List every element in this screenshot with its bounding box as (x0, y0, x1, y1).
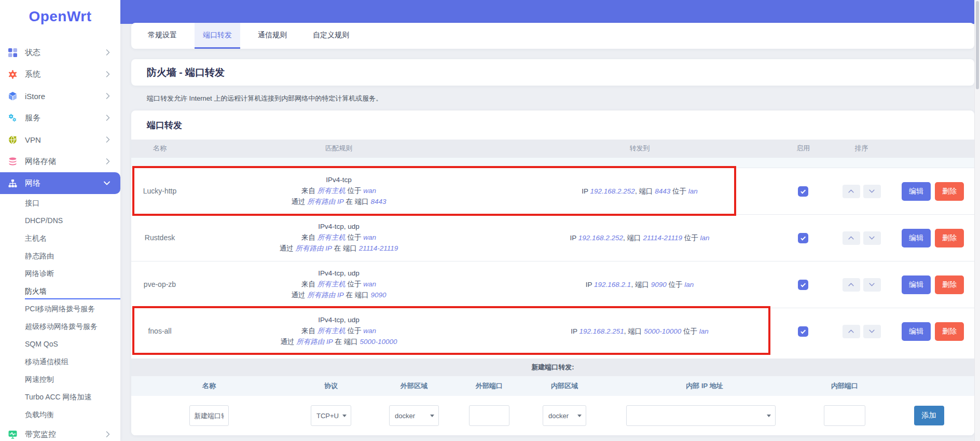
rule-link-value: 所有主机 (318, 327, 346, 335)
sort-down-button[interactable] (863, 231, 881, 245)
sidebar-item-label: 网络存储 (25, 157, 106, 167)
rule-enable-cell (775, 232, 832, 244)
tab-自定义规则[interactable]: 自定义规则 (305, 23, 357, 49)
enable-checkbox[interactable] (798, 233, 808, 243)
rule-source: 来自 所有主机 位于 wan (209, 232, 468, 243)
rule-link-value: wan (363, 280, 376, 288)
sitemap-icon (8, 178, 19, 188)
scrollbar[interactable] (974, 0, 980, 441)
table-row: fnos-allIPv4-tcp, udp来自 所有主机 位于 wan通过 所有… (131, 308, 974, 354)
sidebar-item-VPN[interactable]: VPN (0, 129, 120, 150)
sidebar-subitem-负载均衡[interactable]: 负载均衡 (0, 406, 120, 423)
internal-ip-select[interactable] (626, 405, 776, 426)
sidebar-subitem-网速控制[interactable]: 网速控制 (0, 370, 120, 388)
create-col-header-内部端口: 内部端口 (806, 381, 884, 391)
col-header-match: 匹配规则 (209, 144, 468, 153)
edit-button[interactable]: 编辑 (902, 182, 931, 201)
sidebar-subitem-防火墙[interactable]: 防火墙 (0, 282, 120, 300)
sidebar-subitem-移动通信模组[interactable]: 移动通信模组 (0, 353, 120, 370)
openwrt-logo: OpenWrt (0, 0, 120, 42)
edit-button[interactable]: 编辑 (902, 322, 931, 341)
enable-checkbox[interactable] (798, 326, 808, 337)
sidebar-item-iStore[interactable]: iStore (0, 85, 120, 107)
rule-name: pve-op-zb (137, 280, 183, 290)
external-port-input[interactable] (469, 405, 509, 426)
create-col-header-名称: 名称 (131, 381, 287, 391)
new-forward-name-input[interactable] (189, 405, 229, 426)
sort-up-button[interactable] (843, 231, 860, 245)
protocol-select[interactable]: TCP+UDP (311, 405, 351, 426)
sidebar-subitem-PCI移动网络拨号服务[interactable]: PCI移动网络拨号服务 (0, 300, 120, 318)
rule-protocol: IPv4-tcp, udp (209, 315, 468, 326)
sidebar-item-带宽监控[interactable]: 带宽监控 (0, 423, 120, 441)
sidebar-subitem-网络诊断[interactable]: 网络诊断 (0, 265, 120, 282)
sidebar-subitem-静态路由[interactable]: 静态路由 (0, 247, 120, 265)
rule-link-value: 192.168.2.252 (578, 234, 623, 242)
internal-zone-select[interactable]: docker (543, 405, 586, 426)
rule-link-value: wan (363, 187, 376, 195)
scrollbar-thumb[interactable] (976, 1, 979, 89)
page-title: 防火墙 - 端口转发 (147, 66, 225, 79)
rule-name: fnos-all (137, 326, 183, 337)
rule-link-value: wan (363, 327, 376, 335)
sidebar-subitem-DHCP/DNS[interactable]: DHCP/DNS (0, 212, 120, 229)
sort-up-button[interactable] (843, 325, 860, 338)
rule-name-cell: Rustdesk (131, 233, 209, 243)
delete-button[interactable]: 删除 (935, 182, 964, 201)
sidebar-subitem-SQM QoS[interactable]: SQM QoS (0, 335, 120, 353)
external-zone-select[interactable]: docker (389, 405, 439, 426)
rule-link-value: 8443 (655, 187, 670, 195)
rule-sort-cell (832, 231, 891, 245)
rule-link-value: lan (684, 281, 694, 288)
rule-match-cell: IPv4-tcp, udp来自 所有主机 位于 wan通过 所有路由 IP 在 … (209, 268, 468, 301)
enable-checkbox[interactable] (798, 186, 808, 197)
sidebar: OpenWrt 状态系统iStore服务VPN网络存储网络接口DHCP/DNS主… (0, 0, 120, 441)
sidebar-item-服务[interactable]: 服务 (0, 107, 120, 129)
delete-button[interactable]: 删除 (935, 275, 964, 294)
sidebar-item-网络存储[interactable]: 网络存储 (0, 150, 120, 172)
sidebar-item-系统[interactable]: 系统 (0, 63, 120, 85)
delete-button[interactable]: 删除 (935, 229, 964, 247)
create-col-header-外部端口: 外部端口 (453, 381, 526, 391)
rule-enable-cell (775, 279, 832, 291)
rule-link-value: 所有路由 IP (296, 338, 333, 346)
tab-常规设置[interactable]: 常规设置 (140, 23, 185, 49)
sidebar-item-状态[interactable]: 状态 (0, 42, 120, 63)
rule-name-cell: pve-op-zb (131, 280, 209, 290)
rule-link-value: 所有主机 (318, 187, 346, 195)
sidebar-subitem-Turbo ACC 网络加速[interactable]: Turbo ACC 网络加速 (0, 388, 120, 406)
internal-port-input[interactable] (824, 405, 865, 426)
table-row: pve-op-zbIPv4-tcp, udp来自 所有主机 位于 wan通过 所… (131, 261, 974, 308)
chevron-right-icon (106, 158, 110, 164)
rule-source: 来自 所有主机 位于 wan (209, 326, 468, 337)
rule-source: 来自 所有主机 位于 wan (209, 186, 468, 197)
sort-up-button[interactable] (843, 278, 860, 292)
sort-down-button[interactable] (863, 278, 881, 292)
database-icon (8, 157, 19, 166)
edit-button[interactable]: 编辑 (902, 229, 931, 247)
sidebar-subitem-接口[interactable]: 接口 (0, 194, 120, 212)
rule-sort-cell (832, 325, 891, 338)
table-rows: Lucky-httpIPv4-tcp来自 所有主机 位于 wan通过 所有路由 … (131, 168, 974, 354)
edit-button[interactable]: 编辑 (902, 275, 931, 294)
rule-link-value: 8443 (371, 198, 387, 205)
sort-up-button[interactable] (843, 185, 860, 198)
sidebar-item-label: iStore (25, 92, 106, 101)
sidebar-item-网络[interactable]: 网络 (0, 172, 120, 194)
external-zone-select-wrap: docker (389, 405, 439, 426)
sort-down-button[interactable] (863, 325, 881, 338)
rule-dest-cell: IP 192.168.2.252, 端口 8443 位于 lan (468, 187, 775, 196)
add-button[interactable]: 添加 (914, 406, 944, 425)
tab-通信规则[interactable]: 通信规则 (250, 23, 295, 49)
sidebar-subitem-超级移动网络拨号服务[interactable]: 超级移动网络拨号服务 (0, 318, 120, 335)
delete-button[interactable]: 删除 (935, 322, 964, 341)
rule-via: 通过 所有路由 IP 在 端口 5000-10000 (209, 337, 468, 348)
create-col-header-内部区域: 内部区域 (526, 381, 603, 391)
sidebar-subitem-主机名[interactable]: 主机名 (0, 229, 120, 247)
rule-via: 通过 所有路由 IP 在 端口 8443 (209, 197, 468, 208)
table-header-row: 名称 匹配规则 转发到 启用 排序 (131, 140, 974, 157)
rule-link-value: 21114-21119 (359, 244, 398, 252)
enable-checkbox[interactable] (798, 280, 808, 290)
sort-down-button[interactable] (863, 185, 881, 198)
tab-端口转发[interactable]: 端口转发 (195, 23, 240, 49)
